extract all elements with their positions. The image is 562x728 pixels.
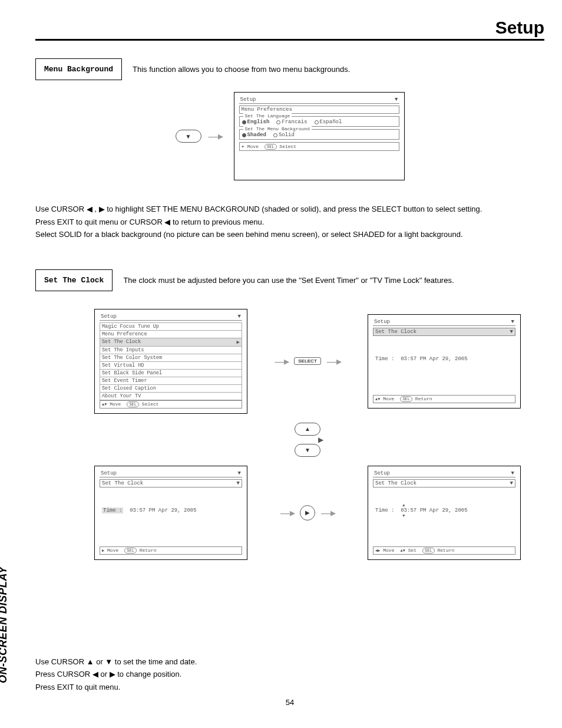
osd-clock-view: Setup▼ Set The Clock▼ Time : 03:57 PM Ap… — [368, 314, 521, 409]
list-item: Set Closed Caption — [100, 385, 242, 393]
osd-footer: ▲▼ Move SEL Return — [373, 395, 515, 403]
osd-footer: ▲▼ Move SEL Select — [100, 400, 242, 409]
instruction-line-1: Use CURSOR ◀ , ▶ to highlight SET THE ME… — [35, 204, 544, 215]
time-display: Time : 03:57 PM Apr 29, 2005 — [100, 490, 242, 525]
sel-chip: SEL — [422, 548, 435, 554]
osd-menu-preferences: Setup▼ Menu Preferences Set The Language… — [234, 92, 405, 180]
radio-francais: Francais — [276, 119, 307, 125]
sel-chip: SEL — [124, 548, 137, 554]
intro-set-clock: The clock must be adjusted before you ca… — [123, 276, 454, 285]
radio-english: English — [242, 119, 270, 125]
chevron-down-icon: ▼ — [237, 480, 240, 486]
chevron-down-icon: ▼ — [510, 329, 513, 335]
osd-footer: ▶ Move SEL Return — [100, 546, 242, 555]
chevron-down-icon: ▼ — [511, 470, 514, 476]
chevron-down-icon: ▼ — [510, 480, 513, 486]
updown-icon: ▲▼ — [400, 548, 405, 553]
right-icon: ▶ — [110, 670, 115, 678]
arrow-right-icon: —▸ — [321, 506, 335, 519]
remote-right-button: ▶ — [300, 505, 315, 521]
osd-subtitle: Set The Clock▼ — [373, 479, 515, 487]
radio-empty-icon — [315, 120, 319, 124]
group-label-bg: Set The Menu Background — [243, 126, 312, 131]
right-icon: ▶ — [318, 436, 323, 444]
callout-set-clock: Set The Clock — [35, 269, 113, 291]
chevron-up-icon: ▲ — [305, 426, 310, 432]
intro-menu-background: This function allows you to choose from … — [133, 65, 350, 74]
updown-icon: ▲▼ — [375, 397, 380, 401]
arrow-right-icon: —▸ — [327, 355, 340, 368]
remote-up-button: ▲ — [295, 423, 320, 436]
list-item: About Your TV — [100, 393, 242, 400]
radio-shaded: Shaded — [242, 132, 266, 138]
chevron-down-icon: ▼ — [305, 447, 310, 453]
up-icon: ▲ — [87, 657, 94, 666]
sel-chip: SEL — [400, 396, 412, 402]
list-item-selected: Set The Clock▶ — [100, 338, 242, 347]
chevron-down-icon: ▼ — [186, 133, 191, 140]
chevron-down-icon: ▼ — [238, 470, 241, 476]
right-icon: ▶ — [237, 339, 240, 345]
callout-menu-background: Menu Background — [35, 58, 122, 80]
time-display: Time : 03:57 PM Apr 29, 2005 — [373, 338, 515, 374]
osd-footer: ◀▶ Move ▲▼ Set SEL Return — [373, 546, 515, 555]
osd-list: Magic Focus Tune Up Menu Preference Set … — [100, 322, 242, 400]
group-language: Set The Language English Francais Españo… — [239, 116, 399, 127]
chevron-down-icon: ▼ — [395, 97, 398, 103]
left-icon: ◀ — [92, 670, 98, 678]
clock-flow: Setup▼ Magic Focus Tune Up Menu Preferen… — [94, 309, 521, 560]
up-icon: ▲ — [402, 503, 405, 508]
right-icon: ▶ — [305, 509, 310, 516]
osd-clock-edit: Setup▼ Set The Clock▼ Time : ▲03▼:57 PM … — [368, 466, 521, 560]
list-item: Magic Focus Tune Up — [100, 322, 242, 331]
instruction-line-3: Select SOLID for a black background (no … — [35, 229, 544, 240]
osd-title: Setup — [374, 319, 390, 325]
list-item: Menu Preference — [100, 331, 242, 338]
osd-subtitle: Set The Clock▼ — [100, 479, 242, 487]
osd-footer: ✦ Move SEL Select — [239, 142, 399, 151]
arrow-right-icon: —▸ — [280, 506, 294, 519]
clock-instruction-3: Press EXIT to quit menu. — [35, 682, 544, 693]
sidebar-label: ON-SCREEN DISPLAY — [0, 566, 9, 683]
osd-clock-time-hi: Setup▼ Set The Clock▼ Time : 03:57 PM Ap… — [94, 466, 247, 560]
instruction-line-2: Press EXIT to quit menu or CURSOR ◀ to r… — [35, 217, 544, 228]
diamond-icon: ✦ — [242, 144, 244, 150]
select-chip: SELECT — [294, 357, 321, 365]
chevron-down-icon: ▼ — [511, 319, 514, 325]
osd-title: Setup — [101, 470, 117, 476]
radio-filled-icon — [242, 120, 246, 124]
osd-menu-bg-group: ▼ —▸ Setup▼ Menu Preferences Set The Lan… — [35, 92, 544, 180]
list-item: Set The Inputs — [100, 347, 242, 354]
radio-empty-icon — [276, 120, 280, 124]
osd-title: Setup — [240, 97, 256, 103]
osd-subtitle: Set The Clock▼ — [373, 328, 515, 336]
sel-chip: SEL — [265, 144, 277, 150]
leftright-icon: ◀▶ — [375, 548, 380, 553]
clock-instruction-1: Use CURSOR ▲ or ▼ to set the time and da… — [35, 657, 544, 667]
down-icon: ▼ — [105, 657, 113, 666]
arrow-right-icon: —▸ — [275, 355, 288, 368]
section-menu-background: Menu Background This function allows you… — [35, 58, 544, 80]
chevron-down-icon: ▼ — [238, 314, 241, 319]
radio-solid: Solid — [273, 132, 295, 138]
section-set-clock: Set The Clock The clock must be adjusted… — [35, 269, 544, 291]
radio-empty-icon — [273, 133, 277, 137]
list-item: Set Event Timer — [100, 377, 242, 385]
sel-chip: SEL — [127, 401, 139, 407]
group-label-language: Set The Language — [243, 113, 292, 118]
updown-icon: ▲▼ — [102, 402, 107, 407]
osd-setup-list: Setup▼ Magic Focus Tune Up Menu Preferen… — [94, 309, 247, 414]
arrow-right-icon: —▸ — [209, 130, 222, 143]
left-icon: ◀ — [164, 218, 170, 226]
group-menu-bg: Set The Menu Background Shaded Solid — [239, 129, 399, 140]
radio-filled-icon — [242, 133, 246, 137]
right-icon: ▶ — [99, 205, 105, 213]
list-item: Set Virtual HD — [100, 362, 242, 370]
osd-subtitle: Menu Preferences — [239, 106, 399, 114]
list-item: Set Black Side Panel — [100, 370, 242, 377]
time-display: Time : ▲03▼:57 PM Apr 29, 2005 — [373, 490, 515, 525]
osd-title: Setup — [101, 314, 117, 319]
down-icon: ▼ — [402, 513, 405, 518]
remote-down-button: ▼ — [295, 444, 320, 457]
clock-instruction-2: Press CURSOR ◀ or ▶ to change position. — [35, 669, 544, 680]
